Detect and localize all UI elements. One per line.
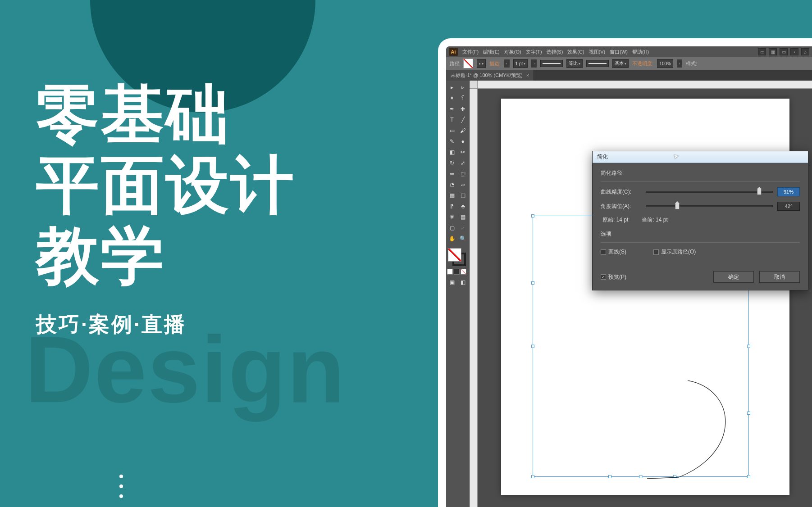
handle-top-left[interactable] <box>531 214 534 217</box>
dialog-titlebar[interactable]: 简化 <box>593 151 808 163</box>
lasso-tool[interactable]: ʕ <box>458 93 468 103</box>
preview-checkbox-wrap: ✓ 预览(P) ➤ <box>601 273 708 281</box>
show-original-checkbox[interactable]: 显示原路径(O) <box>653 248 696 256</box>
pen-tool[interactable]: ✒ <box>447 104 457 114</box>
fill-swatch[interactable] <box>463 59 473 68</box>
canvas-area[interactable]: 简化 简化路径 曲线精度(C): 91% 角度 <box>470 81 812 507</box>
layout2-icon[interactable]: ▭ <box>780 48 788 55</box>
dialog-title: 简化 <box>597 153 608 161</box>
blob-brush-tool[interactable]: ● <box>458 136 468 146</box>
eraser-tool[interactable]: ◧ <box>447 147 457 157</box>
opacity-more[interactable]: › <box>677 59 682 68</box>
scissors-tool[interactable]: ✂ <box>458 147 468 157</box>
type-tool[interactable]: T <box>447 115 457 125</box>
headline-row2: 平面设计 <box>36 152 296 218</box>
blend-tool[interactable]: ⬘ <box>458 201 468 211</box>
handle-bottom-left[interactable] <box>531 475 534 478</box>
shape-builder-tool[interactable]: ◔ <box>447 180 457 190</box>
stroke-weight-up[interactable]: › <box>531 59 537 68</box>
menu-view[interactable]: 视图(V) <box>589 49 606 55</box>
stroke-width-profile[interactable] <box>540 60 563 67</box>
checkbox-icon <box>653 249 659 255</box>
angle-threshold-slider[interactable] <box>646 205 773 207</box>
paintbrush-tool[interactable]: 🖌 <box>458 126 468 136</box>
tab-bar: 未标题-1* @ 100% (CMYK/预览) × <box>446 70 812 81</box>
menu-file[interactable]: 文件(F) <box>462 49 479 55</box>
zoom-tool[interactable]: 🔍 <box>458 234 468 244</box>
menu-window[interactable]: 窗口(W) <box>610 49 628 55</box>
brush-select[interactable]: 基本▾ <box>612 59 629 68</box>
handle-bottom-right[interactable] <box>747 475 750 478</box>
headline: 零基础 平面设计 教学 <box>36 81 296 289</box>
scale-tool[interactable]: ⤢ <box>458 158 468 168</box>
ok-button[interactable]: 确定 <box>713 271 754 283</box>
menu-effect[interactable]: 效果(C) <box>567 49 584 55</box>
line-tool[interactable]: ╱ <box>458 115 468 125</box>
graph-tool[interactable]: ▤ <box>458 212 468 222</box>
curve-precision-thumb[interactable] <box>757 189 762 195</box>
menu-type[interactable]: 文字(T) <box>526 49 542 55</box>
headline-row1: 零基础 <box>36 81 296 147</box>
width-tool[interactable]: ⇔ <box>447 169 457 179</box>
simplify-dialog: 简化 简化路径 曲线精度(C): 91% 角度 <box>592 151 808 290</box>
straight-lines-checkbox[interactable]: 直线(S) <box>601 248 626 256</box>
cancel-button[interactable]: 取消 <box>759 271 800 283</box>
color-mode-solid[interactable] <box>447 269 453 275</box>
slice-tool[interactable]: ⟋ <box>458 223 468 233</box>
curve-precision-value[interactable]: 91% <box>777 187 800 196</box>
handle-right[interactable] <box>747 345 750 348</box>
handle-bottom-2[interactable] <box>608 475 611 478</box>
handle-left-2[interactable] <box>531 281 534 285</box>
close-tab-icon[interactable]: × <box>526 72 529 78</box>
brush-profile[interactable] <box>586 60 609 67</box>
draw-mode-tool[interactable]: ◧ <box>458 277 468 287</box>
hand-tool[interactable]: ✋ <box>447 234 457 244</box>
mesh-tool[interactable]: ▦ <box>447 190 457 200</box>
app-frame: Ai 文件(F) 编辑(E) 对象(O) 文字(T) 选择(S) 效果(C) 视… <box>438 38 812 507</box>
opacity-field[interactable]: 100% <box>657 59 673 68</box>
stroke-weight-field[interactable]: 1 pt▾ <box>513 59 528 68</box>
perspective-tool[interactable]: ▱ <box>458 180 468 190</box>
free-transform-tool[interactable]: ⬚ <box>458 169 468 179</box>
document-tab[interactable]: 未标题-1* @ 100% (CMYK/预览) × <box>446 70 534 81</box>
search-icon[interactable]: ⌕ <box>801 48 809 55</box>
rotate-tool[interactable]: ↻ <box>447 158 457 168</box>
ruler-corner <box>470 81 478 89</box>
stroke-color-select[interactable]: ▪▾ <box>477 59 486 68</box>
magic-wand-tool[interactable]: ✦ <box>447 93 457 103</box>
original-points: 原始: 14 pt <box>602 216 628 224</box>
selection-tool[interactable]: ▸ <box>447 82 457 92</box>
handle-bottom[interactable] <box>639 475 643 478</box>
angle-threshold-thumb[interactable] <box>675 203 680 209</box>
angle-threshold-value[interactable]: 42° <box>777 202 800 211</box>
color-mode-none[interactable] <box>461 269 466 275</box>
grid-icon[interactable]: ▦ <box>769 48 777 55</box>
artboard-tool[interactable]: ▢ <box>447 223 457 233</box>
menu-edit[interactable]: 编辑(E) <box>483 49 500 55</box>
screen-mode-tool[interactable]: ▣ <box>447 277 457 287</box>
toolbox: ▸▹ ✦ʕ ✒✚ T╱ ▭🖌 ✎● ◧✂ ↻⤢ ⇔⬚ ◔▱ ▦◫ ⁋⬘ ❋▤ ▢… <box>446 81 470 507</box>
color-mode-gradient[interactable] <box>454 269 460 275</box>
uniform-select[interactable]: 等比▾ <box>566 59 583 68</box>
menu-object[interactable]: 对象(O) <box>504 49 521 55</box>
menu-help[interactable]: 帮助(H) <box>632 49 649 55</box>
handle-right-2[interactable] <box>747 412 750 415</box>
pencil-tool[interactable]: ✎ <box>447 136 457 146</box>
add-anchor-tool[interactable]: ✚ <box>458 104 468 114</box>
fill-stroke-swatch[interactable] <box>447 247 467 267</box>
menu-select[interactable]: 选择(S) <box>547 49 563 55</box>
vertical-ruler[interactable] <box>470 89 478 507</box>
layout-icon[interactable]: ▭ <box>758 48 766 55</box>
more-icon[interactable]: › <box>790 48 798 55</box>
direct-selection-tool[interactable]: ▹ <box>458 82 468 92</box>
handle-left[interactable] <box>531 345 534 348</box>
symbol-sprayer-tool[interactable]: ❋ <box>447 212 457 222</box>
curve-precision-slider[interactable] <box>646 191 773 193</box>
horizontal-ruler[interactable] <box>478 81 812 89</box>
eyedropper-tool[interactable]: ⁋ <box>447 201 457 211</box>
preview-checkbox[interactable]: ✓ 预览(P) <box>601 273 626 281</box>
stroke-weight-down[interactable]: ‹ <box>504 59 510 68</box>
fill-swatch-toolbox[interactable] <box>448 248 461 262</box>
gradient-tool[interactable]: ◫ <box>458 190 468 200</box>
rectangle-tool[interactable]: ▭ <box>447 126 457 136</box>
